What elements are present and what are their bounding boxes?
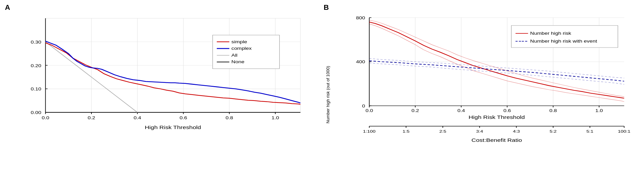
svg-text:3:4: 3:4 bbox=[476, 129, 483, 133]
svg-rect-93 bbox=[511, 26, 618, 47]
panel-b: B Number high risk (out of 1000) 0 400 bbox=[321, 0, 644, 189]
svg-text:0.2: 0.2 bbox=[88, 115, 95, 120]
svg-text:2:5: 2:5 bbox=[439, 129, 446, 133]
svg-text:0.30: 0.30 bbox=[31, 39, 41, 44]
panel-a: A Net Benefit 0.00 bbox=[0, 0, 321, 189]
svg-text:Cost:Benefit Ratio: Cost:Benefit Ratio bbox=[471, 138, 522, 143]
svg-text:400: 400 bbox=[356, 60, 365, 64]
svg-text:0.6: 0.6 bbox=[180, 115, 187, 120]
svg-text:0.2: 0.2 bbox=[411, 108, 419, 113]
svg-text:0.00: 0.00 bbox=[31, 110, 41, 115]
svg-text:100:1: 100:1 bbox=[618, 129, 630, 133]
svg-text:4:3: 4:3 bbox=[513, 129, 519, 133]
svg-text:All: All bbox=[231, 52, 237, 57]
main-container: A Net Benefit 0.00 bbox=[0, 0, 644, 189]
panel-b-y-axis-label: Number high risk (out of 1000) bbox=[325, 66, 330, 123]
svg-text:0.4: 0.4 bbox=[457, 108, 465, 113]
svg-text:0.4: 0.4 bbox=[134, 115, 141, 120]
svg-text:5:2: 5:2 bbox=[550, 129, 556, 133]
svg-text:None: None bbox=[231, 59, 244, 64]
svg-text:complex: complex bbox=[231, 46, 252, 51]
svg-text:Number high risk: Number high risk bbox=[530, 31, 571, 36]
svg-text:0.0: 0.0 bbox=[365, 108, 373, 113]
svg-text:0.8: 0.8 bbox=[225, 115, 233, 120]
svg-text:0: 0 bbox=[362, 104, 365, 108]
svg-text:simple: simple bbox=[231, 39, 247, 44]
svg-text:0.6: 0.6 bbox=[503, 108, 511, 113]
panel-b-svg: 0 400 800 0.0 0.2 0.4 0.6 0.8 1.0 bbox=[348, 8, 641, 153]
svg-text:800: 800 bbox=[356, 16, 365, 20]
svg-text:0.8: 0.8 bbox=[549, 108, 557, 113]
panel-a-svg: 0.00 0.10 0.20 0.30 0.0 0.2 0.4 0.6 0.8 bbox=[25, 8, 317, 163]
svg-text:1.0: 1.0 bbox=[595, 108, 603, 113]
svg-text:0.20: 0.20 bbox=[31, 63, 41, 68]
svg-text:Number high risk with event: Number high risk with event bbox=[530, 39, 597, 44]
svg-text:5:1: 5:1 bbox=[586, 129, 593, 133]
panel-b-label: B bbox=[324, 3, 329, 12]
svg-text:1:100: 1:100 bbox=[363, 129, 375, 133]
svg-text:1:5: 1:5 bbox=[402, 129, 409, 133]
svg-text:High Risk Threshold: High Risk Threshold bbox=[145, 124, 201, 130]
svg-text:0.0: 0.0 bbox=[42, 115, 49, 120]
panel-a-label: A bbox=[5, 3, 10, 12]
svg-text:1.0: 1.0 bbox=[271, 115, 279, 120]
svg-text:0.10: 0.10 bbox=[31, 86, 41, 91]
svg-text:High Risk Threshold: High Risk Threshold bbox=[468, 115, 525, 120]
